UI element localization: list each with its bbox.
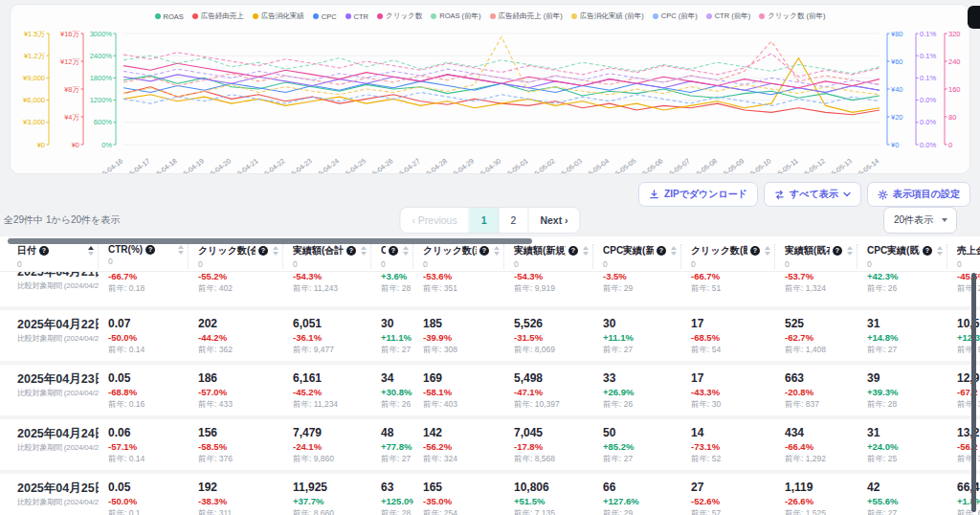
column-settings-button[interactable]: 表示項目の設定 (867, 182, 970, 207)
sort-carets-icon[interactable] (669, 246, 677, 256)
svg-text:0.0%: 0.0% (920, 141, 936, 149)
info-icon[interactable]: ? (657, 246, 666, 256)
metric-value: 5,526 (514, 317, 588, 331)
sort-carets-icon[interactable] (763, 246, 770, 256)
show-all-button[interactable]: すべて表示 (764, 182, 861, 207)
metric-value: 185 (423, 317, 499, 331)
sort-carets-icon[interactable] (176, 245, 184, 255)
svg-text:2025-05-10: 2025-05-10 (740, 156, 773, 174)
info-icon[interactable]: ? (479, 246, 489, 256)
download-icon (649, 190, 659, 200)
info-icon[interactable]: ? (389, 246, 398, 256)
legend-item[interactable]: クリック数 (377, 11, 422, 21)
metric-value: 6,051 (293, 317, 366, 331)
column-header-amount-new[interactable]: 実績額(新規)?0 (504, 244, 593, 269)
info-icon[interactable]: ? (568, 246, 578, 256)
sort-carets-icon[interactable] (492, 246, 500, 256)
info-icon[interactable]: ? (39, 246, 49, 256)
svg-text:2025-04-24: 2025-04-24 (307, 156, 341, 174)
svg-text:¥0: ¥0 (891, 141, 899, 149)
metric-change-pct: -26.6% (785, 495, 852, 507)
info-icon[interactable]: ? (750, 246, 760, 256)
legend-item[interactable]: CPC (前年) (653, 11, 698, 21)
svg-text:¥60: ¥60 (891, 57, 903, 66)
metric-change-pct: +51.5% (514, 495, 588, 507)
table-row: 2025年04月24日比較対象期間 (2024/04/24)0.06-57.1%… (0, 419, 980, 470)
metric-change-pct: -58.1% (423, 386, 499, 398)
column-header-clicks-exist[interactable]: クリック数(既存)?0 (681, 244, 775, 269)
metric-cell-amount-new: 5,526-31.5%前年: 8,069 (504, 317, 593, 355)
vertical-scrollbar[interactable] (971, 273, 976, 512)
metric-previous-year: 前年: 0.18 (108, 282, 183, 294)
info-icon[interactable]: ? (923, 246, 932, 256)
legend-item[interactable]: 広告経由売上 (192, 11, 244, 21)
timeseries-chart[interactable]: ¥1.5万¥1.2万¥9,000¥6,000¥3,000¥0¥16万¥12万¥8… (11, 22, 970, 174)
column-header-ctr[interactable]: CTR(%)?0 (99, 244, 189, 269)
metric-change-pct: +85.2% (603, 440, 676, 453)
column-settings-label: 表示項目の設定 (893, 188, 960, 201)
legend-item[interactable]: CPC (313, 12, 337, 21)
legend-item[interactable]: CTR (345, 12, 368, 21)
metric-change-pct: +39.3% (867, 386, 942, 398)
column-label: 売上金額 (957, 244, 980, 258)
sort-carets-icon[interactable] (845, 246, 853, 256)
info-icon[interactable]: ? (833, 246, 842, 256)
sort-carets-icon[interactable] (359, 246, 367, 256)
metric-cell-cpc-new: 66+127.6%前年: 29 (593, 481, 681, 515)
column-header-amount-total[interactable]: 実績額(合計)?0 (283, 244, 371, 269)
info-icon[interactable]: ? (346, 246, 356, 256)
column-header-cpc-exist[interactable]: CPC実績(既存)?0 (858, 244, 947, 269)
metric-previous-year: 前年: 837 (785, 398, 852, 410)
sort-carets-icon[interactable] (581, 246, 589, 256)
metric-value: 1,119 (785, 481, 852, 495)
sort-carets-icon[interactable] (935, 246, 943, 256)
metric-cell-amount-new: 5,498-47.1%前年: 10,397 (504, 371, 593, 410)
legend-label: 広告経由売上 (201, 11, 244, 21)
sort-carets-icon[interactable] (401, 246, 409, 256)
legend-item[interactable]: ROAS (155, 12, 184, 21)
zip-download-button[interactable]: ZIPでダウンロード (638, 182, 758, 207)
column-header-date[interactable]: 日付?0 (8, 244, 99, 269)
info-icon[interactable]: ? (258, 246, 268, 256)
legend-item[interactable]: CTR (前年) (706, 11, 751, 21)
svg-text:2025-04-17: 2025-04-17 (119, 156, 152, 174)
page-2-button[interactable]: 2 (500, 208, 529, 233)
legend-item[interactable]: 広告消化実績 (前年) (571, 11, 644, 21)
metric-change-pct: -73.1% (691, 440, 769, 453)
svg-text:240: 240 (948, 57, 961, 66)
column-header-clicks-total[interactable]: クリック数(合計)?0 (189, 244, 283, 269)
metric-previous-year: 前年: 30 (691, 398, 769, 410)
sort-carets-icon[interactable] (86, 246, 94, 256)
column-label: 日付 (17, 244, 36, 258)
page-1-button[interactable]: 1 (470, 208, 500, 233)
metric-previous-year: 前年: 57 (691, 507, 769, 515)
metric-change-pct: +37.7% (293, 495, 366, 507)
metric-change-pct: +1.8% (957, 495, 980, 507)
previous-page-button[interactable]: ‹ Previous (400, 208, 469, 233)
column-header-cpc-total[interactable]: CPC実績(合計)?0 (371, 244, 413, 269)
legend-item[interactable]: クリック数 (前年) (759, 11, 825, 21)
metric-change-pct: +12.3 (957, 331, 980, 344)
info-icon[interactable]: ? (145, 245, 155, 255)
column-header-amount-exist[interactable]: 実績額(既存)?0 (775, 244, 858, 269)
page-size-select[interactable]: 20件表示 (883, 207, 957, 234)
legend-item[interactable]: 広告経由売上 (前年) (490, 11, 563, 21)
metric-change-pct: -17.8% (514, 440, 588, 453)
next-page-button[interactable]: Next › (528, 208, 579, 233)
horizontal-scrollbar[interactable] (8, 238, 532, 244)
svg-text:2025-05-02: 2025-05-02 (523, 156, 557, 174)
floating-widget[interactable] (968, 6, 980, 29)
column-header-sales[interactable]: 売上金額?0 (947, 244, 980, 269)
column-subvalue: 0 (514, 259, 589, 269)
sort-carets-icon[interactable] (271, 246, 278, 256)
legend-item[interactable]: ROAS (前年) (431, 11, 480, 21)
metric-change-pct: +24.0% (867, 440, 942, 453)
metric-value: 63 (381, 481, 408, 495)
legend-item[interactable]: 広告消化実績 (253, 11, 304, 21)
column-header-clicks-new[interactable]: クリック数(新規)?0 (413, 244, 504, 269)
metric-change-pct: -67.2 (957, 386, 980, 398)
table-row: 2025年04月22日比較対象期間 (2024/04/22)0.07-50.0%… (0, 310, 980, 361)
svg-text:¥12万: ¥12万 (60, 57, 80, 66)
column-header-cpc-new[interactable]: CPC実績(新規)?0 (593, 244, 681, 269)
metric-previous-year: 前年: 351 (423, 282, 499, 294)
